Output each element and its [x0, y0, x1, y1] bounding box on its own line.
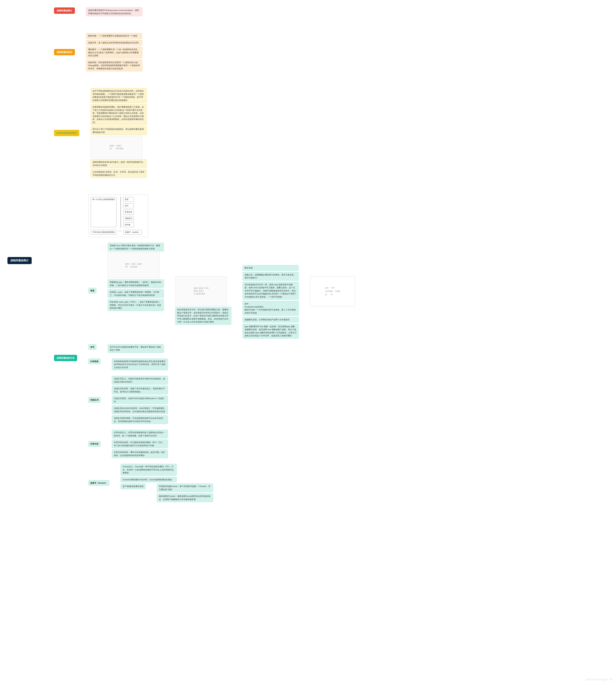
- socket-section: 套接字（Socket） Socket定义：Socket是一种不同的进程间通信（I…: [88, 464, 355, 502]
- pipe-fork-sketch: pipe → fork父亲写端 子读端读 写: [310, 276, 355, 306]
- shm-title: 共享内存: [88, 441, 101, 447]
- pipe-title: 管道: [88, 288, 96, 293]
- pipe-l3: 流管道 s_pipe：去除了普通管道的第一种限制，为半双工，可以双向传输；只能在…: [108, 289, 164, 298]
- mq-l2: 消息队列的优势：克服了信号传递信息少、管道无格式字节流、缓冲区大小受限等缺陷: [112, 386, 168, 395]
- sock-title: 套接字（Socket）: [88, 480, 109, 486]
- branch-purpose: 进程间通信目的 数据传输：一个进程需要将它的数据发送给另一个进程 资源共享：多个…: [54, 33, 355, 71]
- b2-l4: 进程控制：有些进程希望完全控制另一个进程的执行(如 Debug进程)，此时控制进…: [86, 60, 142, 71]
- branch-howto: 如何实现进程间通信 由于不同的进程都各自运行在自己的地址空间，这些地址空间彼此隔…: [54, 88, 355, 178]
- b1-leaf: 进程间通信简称IPC(Interprocess communication)，进…: [86, 7, 142, 16]
- methods-diagram: 同一台主机上的进程间通信 管道 信号 共享内存 消息队列 信号量 不同主机之间的…: [88, 195, 148, 237]
- b4-title: 进程间通信的方法: [54, 355, 77, 361]
- mq-l4: 消息队列在UNIX中的应用：UNIX系统中，不同进程通过消息队列共享资源，允许进…: [112, 405, 168, 414]
- pr-l3: 访问管道就访问文件一样，使用 read 读取管道中的数据，使用 write 往管…: [243, 282, 299, 300]
- b3-l1: 由于不同的进程都各自运行在自己的地址空间，这些地址空间彼此隔离，一个进程不能直接…: [90, 88, 147, 103]
- shm-l3: 共享内存的使用：通常与其他通信机制（如信号量）结合使用，以实现进程间的同步和通信: [112, 449, 168, 458]
- b2-l1: 数据传输：一个进程需要将它的数据发送给另一个进程: [86, 33, 142, 39]
- mmap-title: 内存映射: [88, 358, 101, 364]
- pipe-section: 管道 管道是 linux 系统中最古老的一种进程间通信方法，数据从一个进程连接到…: [88, 243, 355, 338]
- branch-intro: 进程间通信简介 进程间通信简称IPC(Interprocess communic…: [54, 7, 355, 16]
- b3-l5: 公共资源包括 内存块、队列、文件等，所以就衍生了多种不同的进程间通信的方法: [90, 169, 147, 178]
- b3-title: 如何实现进程间通信: [54, 130, 79, 136]
- mindmap: 进程间通信简介 进程间通信简介 进程间通信简称IPC(Interprocess …: [7, 7, 616, 508]
- pipe-sketch2: 进程1 进程2 2个fd管道1 管道2公共资源 通道: [175, 276, 227, 306]
- mq-section: 消息队列 消息队列定义：消息队列是保存在内核中的消息链表，由消息队列标识符标识 …: [88, 376, 355, 424]
- mq-title: 消息队列: [88, 397, 101, 403]
- b2-title: 进程间通信目的: [54, 49, 75, 55]
- shm-section: 共享内存 共享内存定义：共享内存是映射到多个进程地址空间的一段内存，由一个进程创…: [88, 430, 355, 458]
- pipe-sketch1: 进程1→管道→进程2OS 公共资源: [108, 252, 159, 278]
- sock-cs2: 服务器绑定Socket：服务器将Socket绑定到众所周知的地址，以便客户端能够…: [157, 493, 213, 502]
- sig-l: 信号可以作为进程间的通信手段，譬如用于通知某个进程发生了某事: [108, 344, 164, 353]
- sock-l3: 客户端/服务器通信流程: [120, 484, 146, 489]
- pr-l5: 创建匿名管道，打开匿名管道产生两个文件描述符: [243, 317, 299, 323]
- root-node: 进程间通信简介: [7, 257, 32, 264]
- pipe-l2: 普通管道 pipe：通常有两种限制，一是单工，数据仅单向传输；二是只能在父子或者…: [108, 279, 164, 288]
- pipe-l4: 有名管道 name_pipe（FIFO）：去除了普通管道的第二种限制，并且允许在…: [108, 299, 164, 311]
- pr-l6: pipe 函数通常和 fork 函数一起使用，首先调用pipe 函数创建匿名管道…: [243, 324, 299, 338]
- mq-l3: 消息队列类型：包括POSIX消息队列和System V 消息队列: [112, 396, 168, 404]
- sock-l2: Socket在网络通信中的作用：Socket是网络通信的基础: [120, 477, 177, 483]
- mmap-section: 内存映射 内存映射就是将文件映射到进程的地址空间,然后直接通过读/写地址的方式去…: [88, 358, 355, 371]
- b3-l3: 因为这个第三方资源是由内核提供，所以进程间通信是需要内核参与的: [90, 126, 147, 135]
- mq-l1: 消息队列定义：消息队列是保存在内核中的消息链表，由消息队列标识符标识: [112, 376, 168, 384]
- branch-methods: 进程间通信的方法 同一台主机上的进程间通信 管道 信号 共享内存 消息队列 信号…: [54, 195, 355, 502]
- shm-l2: 共享内存的优势：作为最快的进程间通信（IPC）方式，专门设计来克服其他IPC方式…: [112, 440, 168, 448]
- pr-l2: 创建之后，就需要确认通信双方的角色，谁作为发送者，谁作为接收方!: [243, 272, 299, 281]
- pipe-l1: 管道是 linux 系统中最古老的一种进程间通信方法，数据从一个进程连接到另一个…: [108, 243, 164, 251]
- shm-l1: 共享内存定义：共享内存是映射到多个进程地址空间的一段内存，由一个进程创建，但多个…: [112, 430, 168, 438]
- mmap-l: 内存映射就是将文件映射到进程的地址空间,然后直接通过读/写地址的方式去访问这个文…: [112, 358, 168, 371]
- b3-l4: 进程间通信的本质 由OS参与，提供一份所有进程都可以访问的公共资源: [90, 159, 147, 168]
- mq-l5: 消息队列操作权限：只有读权限的进程可以从队列读消息，有写权限的进程可以给队列中的…: [112, 415, 168, 424]
- sock-l1: Socket定义：Socket是一种不同的进程间通信（IPC）方法，支持同一主机…: [120, 464, 177, 476]
- b2-l2: 资源共享：多个进程之间共享同样的资源(譬如文件共享): [86, 40, 142, 46]
- signal-section: 信号 信号可以作为进程间的通信手段，譬如用于通知某个进程发生了某事: [88, 344, 355, 353]
- sig-title: 信号: [88, 344, 96, 350]
- b1-title: 进程间通信简介: [54, 7, 75, 14]
- b3-sketch: 进程1 ─ 进程2OS 共享资源: [90, 136, 142, 158]
- pr-l4: pipe int pipe(int pipefd[2]); 数组中的第一个文件描…: [243, 301, 299, 316]
- pr-l1: 匿名管道: [243, 265, 299, 271]
- pipe-anon: 由名管道是有名字的，所以进行进程间通信之前，需要创建这个管道文件，命名管道文件存…: [175, 307, 232, 325]
- b2-l3: 通知事件：一个进程需要向另一个或一组进程发送消息，通知它(它们)发生了某种事件，…: [86, 47, 142, 59]
- b3-l2: 如果想要实现进程间通信，我们需要借助第三方资源，这个第三方资源其实就是公共资源(…: [90, 104, 147, 125]
- sock-cs1: 应用程序创建Socket：每个应用程序创建一个Socket，作为通信的"设备": [157, 484, 213, 492]
